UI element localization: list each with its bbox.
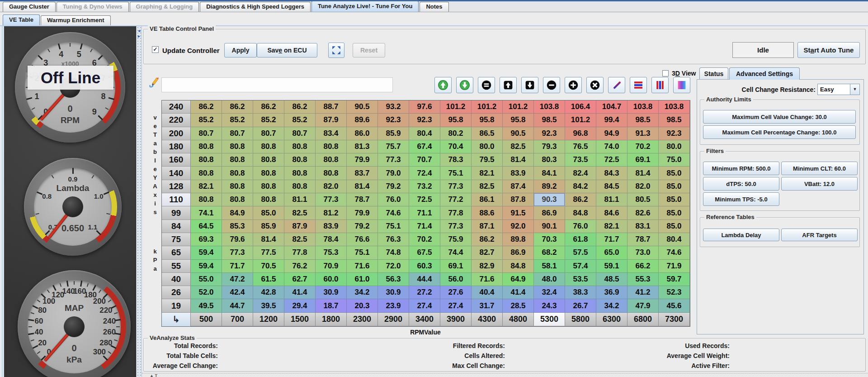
ve-cell[interactable]: 71.7 bbox=[222, 260, 253, 273]
ve-cell[interactable]: 87.9 bbox=[316, 114, 347, 127]
ve-cell[interactable]: 87.8 bbox=[503, 193, 534, 206]
ve-cell[interactable]: 73.0 bbox=[627, 246, 659, 259]
ve-cell[interactable]: 77.3 bbox=[222, 246, 253, 259]
ve-col-header[interactable]: 1500 bbox=[284, 313, 316, 326]
ve-cell[interactable]: 80.8 bbox=[284, 167, 316, 180]
ve-cell[interactable]: 61.5 bbox=[253, 273, 284, 286]
ve-cell[interactable]: 72.4 bbox=[409, 167, 440, 180]
main-tab-0[interactable]: Gauge Cluster bbox=[3, 2, 56, 12]
ve-cell[interactable]: 66.2 bbox=[627, 260, 659, 273]
ve-cell[interactable]: 80.8 bbox=[222, 140, 253, 153]
ve-cell[interactable]: 85.2 bbox=[191, 114, 222, 127]
ve-cell[interactable]: 80.8 bbox=[222, 153, 253, 167]
3d-view-checkbox[interactable] bbox=[662, 70, 669, 76]
ve-cell[interactable]: 104.7 bbox=[596, 100, 627, 114]
cell-change-resistance-select[interactable]: Easy ▼ bbox=[817, 84, 860, 95]
ve-cell[interactable]: 80.8 bbox=[191, 140, 222, 153]
ve-cell[interactable]: 95.8 bbox=[503, 114, 534, 127]
ve-cell[interactable]: 72.5 bbox=[409, 193, 440, 206]
ve-cell[interactable]: 60.0 bbox=[316, 273, 347, 286]
tab-status[interactable]: Status bbox=[699, 67, 728, 79]
ve-cell[interactable]: 76.0 bbox=[565, 220, 596, 233]
ve-cell[interactable]: 85.0 bbox=[659, 167, 690, 180]
ve-cell[interactable]: 75.3 bbox=[316, 246, 347, 259]
ve-cell[interactable]: 85.0 bbox=[659, 193, 690, 206]
dtps-button[interactable]: dTPS: 50.0 bbox=[703, 177, 779, 191]
ve-cell[interactable]: 48.5 bbox=[596, 273, 627, 286]
ve-cell[interactable]: 82.1 bbox=[472, 167, 503, 180]
ve-cell[interactable]: 92.3 bbox=[534, 127, 565, 140]
ve-cell[interactable]: 29.4 bbox=[284, 299, 316, 312]
ve-cell[interactable]: 27.4 bbox=[409, 299, 440, 312]
ve-cell[interactable]: 42.8 bbox=[253, 286, 284, 299]
ve-cell[interactable]: 52.0 bbox=[191, 286, 222, 299]
ve-cell[interactable]: 38.3 bbox=[565, 286, 596, 299]
ve-cell[interactable]: 84.3 bbox=[596, 167, 627, 180]
ve-col-header[interactable]: 6800 bbox=[627, 313, 659, 326]
ve-cell[interactable]: 34.2 bbox=[347, 286, 378, 299]
ve-cell[interactable]: 81.2 bbox=[316, 206, 347, 220]
ve-cell[interactable]: 26.7 bbox=[565, 299, 596, 312]
ve-cell[interactable]: 74.8 bbox=[378, 246, 409, 259]
ve-col-header[interactable]: 500 bbox=[191, 313, 222, 326]
ve-cell[interactable]: 85.0 bbox=[659, 180, 690, 193]
ve-cell[interactable]: 70.7 bbox=[409, 153, 440, 167]
tab-advanced-settings[interactable]: Advanced Settings bbox=[729, 67, 800, 80]
ve-col-header[interactable]: 2300 bbox=[347, 313, 378, 326]
ve-cell[interactable]: 87.1 bbox=[472, 220, 503, 233]
main-tab-3[interactable]: Diagnostics & High Speed Loggers bbox=[200, 2, 311, 12]
ve-cell[interactable]: 76.0 bbox=[378, 193, 409, 206]
ve-cell[interactable]: 61.8 bbox=[565, 233, 596, 246]
ve-cell[interactable]: 85.0 bbox=[659, 220, 690, 233]
ve-cell[interactable]: 71.6 bbox=[347, 260, 378, 273]
ve-cell[interactable]: 84.1 bbox=[534, 167, 565, 180]
ve-cell[interactable]: 82.9 bbox=[472, 260, 503, 273]
ve-cell[interactable]: 84.8 bbox=[503, 260, 534, 273]
ve-col-header[interactable]: 5300 bbox=[534, 313, 565, 326]
ve-cell[interactable]: 90.3 bbox=[534, 193, 565, 206]
ve-cell[interactable]: 80.0 bbox=[659, 140, 690, 153]
ve-cell[interactable]: 55.0 bbox=[191, 273, 222, 286]
ve-cell[interactable]: 78.7 bbox=[347, 193, 378, 206]
ve-cell[interactable]: 88.6 bbox=[472, 206, 503, 220]
ve-cell[interactable]: 73.5 bbox=[565, 153, 596, 167]
ve-cell[interactable]: 58.1 bbox=[534, 260, 565, 273]
ve-cell[interactable]: 80.4 bbox=[409, 127, 440, 140]
ve-cell[interactable]: 39.5 bbox=[253, 299, 284, 312]
ve-row-header[interactable]: 99 bbox=[162, 206, 191, 220]
ve-col-header[interactable]: 6300 bbox=[596, 313, 627, 326]
ve-cell[interactable]: 80.8 bbox=[284, 180, 316, 193]
shift-up-button[interactable] bbox=[500, 77, 517, 93]
ve-cell[interactable]: 80.8 bbox=[253, 193, 284, 206]
ve-cell[interactable]: 34.2 bbox=[596, 299, 627, 312]
main-tab-1[interactable]: Tuning & Dyno Views bbox=[57, 2, 129, 12]
ve-row-header[interactable]: 200 bbox=[162, 127, 191, 140]
ve-cell[interactable]: 45.6 bbox=[659, 299, 690, 312]
ve-cell[interactable]: 56.3 bbox=[378, 273, 409, 286]
ve-cell[interactable]: 70.4 bbox=[440, 140, 472, 153]
ve-cell[interactable]: 77.3 bbox=[440, 220, 472, 233]
ve-cell[interactable]: 91.3 bbox=[627, 127, 659, 140]
ve-cell[interactable]: 84.9 bbox=[222, 206, 253, 220]
ve-col-header[interactable]: 1200 bbox=[253, 313, 284, 326]
ve-col-header[interactable]: 1800 bbox=[316, 313, 347, 326]
ve-cell[interactable]: 92.0 bbox=[503, 220, 534, 233]
ve-cell[interactable]: 49.5 bbox=[191, 299, 222, 312]
ve-cell[interactable]: 106.4 bbox=[565, 100, 596, 114]
ve-row-header[interactable]: 75 bbox=[162, 233, 191, 246]
ve-cell[interactable]: 86.2 bbox=[222, 100, 253, 114]
ve-cell[interactable]: 81.1 bbox=[284, 193, 316, 206]
ve-cell[interactable]: 89.6 bbox=[347, 114, 378, 127]
ve-cell[interactable]: 69.1 bbox=[440, 260, 472, 273]
ve-col-header[interactable]: 4300 bbox=[472, 313, 503, 326]
ve-cell[interactable]: 80.7 bbox=[191, 127, 222, 140]
ve-col-header[interactable]: 3900 bbox=[440, 313, 472, 326]
ve-cell[interactable]: 75.1 bbox=[440, 167, 472, 180]
ve-cell[interactable]: 76.6 bbox=[347, 233, 378, 246]
ve-cell[interactable]: 23.9 bbox=[378, 299, 409, 312]
ve-cell[interactable]: 95.8 bbox=[472, 114, 503, 127]
ve-cell[interactable]: 52.3 bbox=[659, 286, 690, 299]
ve-cell[interactable]: 86.9 bbox=[503, 246, 534, 259]
ve-cell[interactable]: 80.7 bbox=[284, 127, 316, 140]
ve-row-header[interactable]: 110 bbox=[162, 193, 191, 206]
